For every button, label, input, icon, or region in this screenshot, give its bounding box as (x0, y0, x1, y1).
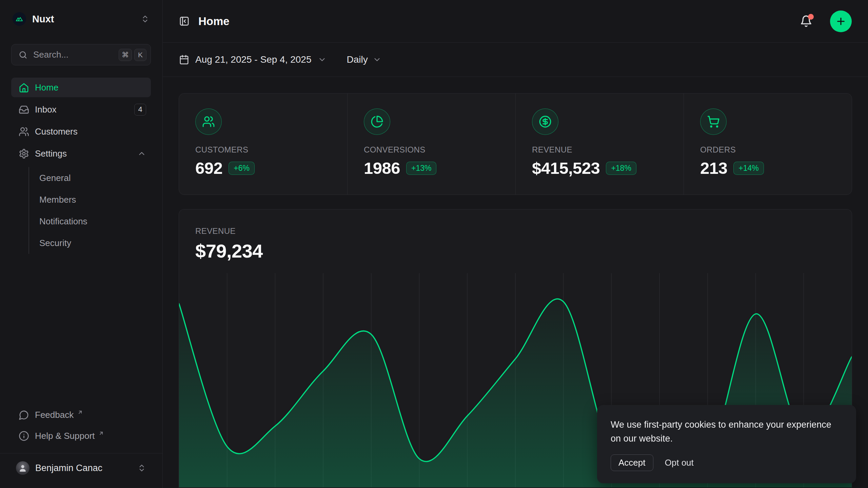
info-circle-icon (19, 431, 29, 441)
home-icon (19, 82, 29, 93)
stat-value: 1986 (364, 159, 400, 178)
stat-card-orders[interactable]: ORDERS 213 +14% (684, 94, 852, 195)
chevrons-up-down-icon (137, 464, 146, 472)
date-range-value: Aug 21, 2025 - Sep 4, 2025 (195, 54, 312, 65)
sidebar-item-inbox[interactable]: Inbox 4 (11, 100, 151, 119)
stat-card-revenue[interactable]: REVENUE $415,523 +18% (515, 94, 684, 195)
chevron-up-icon (137, 149, 146, 158)
help-support-label: Help & Support (35, 431, 95, 441)
stat-delta-badge: +14% (733, 162, 764, 175)
feedback-link[interactable]: Feedback (11, 404, 151, 425)
cookie-banner: We use first-party cookies to enhance yo… (597, 405, 856, 483)
search-placeholder: Search... (33, 49, 113, 60)
cart-icon (700, 108, 727, 135)
user-menu[interactable]: Benjamin Canac (11, 458, 151, 479)
nuxt-logo-icon (13, 12, 26, 26)
stat-label: CUSTOMERS (195, 145, 331, 155)
chevron-down-icon (318, 55, 327, 64)
sidebar-item-label: Inbox (35, 104, 57, 115)
external-link-icon (98, 430, 104, 436)
help-support-link[interactable]: Help & Support (11, 425, 151, 446)
cookie-accept-button[interactable]: Accept (611, 454, 653, 471)
stat-label: REVENUE (532, 145, 667, 155)
notification-dot (808, 14, 814, 20)
kbd-cmd: ⌘ (119, 49, 132, 61)
sidebar-collapse-icon[interactable] (179, 16, 190, 26)
chat-bubble-icon (19, 410, 29, 420)
external-link-icon (77, 409, 83, 415)
plus-icon (835, 16, 846, 27)
chevrons-up-down-icon (141, 15, 150, 23)
feedback-label: Feedback (35, 410, 74, 420)
stat-delta-badge: +18% (606, 162, 636, 175)
sidebar-nav: Home Inbox 4 Customers Settings (11, 78, 151, 255)
search-icon (18, 50, 28, 60)
sidebar: Nuxt Search... ⌘ K Home Inbox 4 (0, 0, 163, 488)
stat-value: $415,523 (532, 159, 600, 178)
gear-icon (19, 148, 29, 159)
sidebar-item-settings[interactable]: Settings (11, 144, 151, 163)
team-name: Nuxt (32, 14, 135, 25)
sidebar-item-notifications[interactable]: Notifications (29, 210, 151, 232)
revenue-chart-value: $79,234 (195, 240, 835, 262)
users-icon (195, 108, 222, 135)
page-title: Home (198, 15, 791, 28)
stat-label: CONVERSIONS (364, 145, 499, 155)
stat-card-customers[interactable]: CUSTOMERS 692 +6% (179, 94, 347, 195)
revenue-chart-label: REVENUE (195, 226, 835, 236)
stat-delta-badge: +13% (406, 162, 436, 175)
sidebar-item-customers[interactable]: Customers (11, 122, 151, 141)
stat-label: ORDERS (700, 145, 835, 155)
inbox-count-badge: 4 (134, 104, 146, 116)
add-button[interactable] (830, 11, 852, 32)
stat-delta-badge: +6% (229, 162, 255, 175)
sidebar-divider (0, 453, 162, 453)
calendar-icon (179, 55, 189, 65)
search-shortcut: ⌘ K (119, 49, 146, 61)
chevron-down-icon (373, 55, 381, 64)
cookie-optout-button[interactable]: Opt out (665, 455, 694, 471)
sidebar-item-home[interactable]: Home (11, 78, 151, 97)
sidebar-item-security[interactable]: Security (29, 232, 151, 254)
header: Home (163, 0, 868, 43)
stat-card-conversions[interactable]: CONVERSIONS 1986 +13% (347, 94, 515, 195)
user-name: Benjamin Canac (35, 463, 132, 473)
granularity-select[interactable]: Daily (347, 54, 381, 65)
notifications-button[interactable] (800, 15, 812, 27)
avatar (16, 461, 29, 475)
sidebar-item-label: Customers (35, 126, 78, 137)
stat-value: 692 (195, 159, 222, 178)
stats-row: CUSTOMERS 692 +6% CONVERSIONS 1986 +13% (179, 93, 852, 195)
sidebar-item-label: Settings (35, 148, 67, 159)
sidebar-item-general[interactable]: General (29, 167, 151, 189)
inbox-icon (19, 104, 29, 115)
cookie-message: We use first-party cookies to enhance yo… (611, 418, 843, 446)
stat-value: 213 (700, 159, 727, 178)
filter-toolbar: Aug 21, 2025 - Sep 4, 2025 Daily (163, 43, 868, 77)
team-switcher[interactable]: Nuxt (11, 12, 151, 26)
granularity-value: Daily (347, 54, 368, 65)
sidebar-item-label: Home (35, 82, 58, 93)
dollar-circle-icon (532, 108, 558, 135)
date-range-picker[interactable]: Aug 21, 2025 - Sep 4, 2025 (179, 54, 327, 65)
users-icon (19, 126, 29, 137)
search-input[interactable]: Search... ⌘ K (11, 44, 151, 65)
settings-sub-list: General Members Notifications Security (28, 167, 151, 254)
pie-chart-icon (364, 108, 390, 135)
sidebar-item-members[interactable]: Members (29, 189, 151, 210)
sidebar-footer: Feedback Help & Support Benjamin Canac (11, 404, 151, 479)
kbd-k: K (134, 49, 146, 61)
